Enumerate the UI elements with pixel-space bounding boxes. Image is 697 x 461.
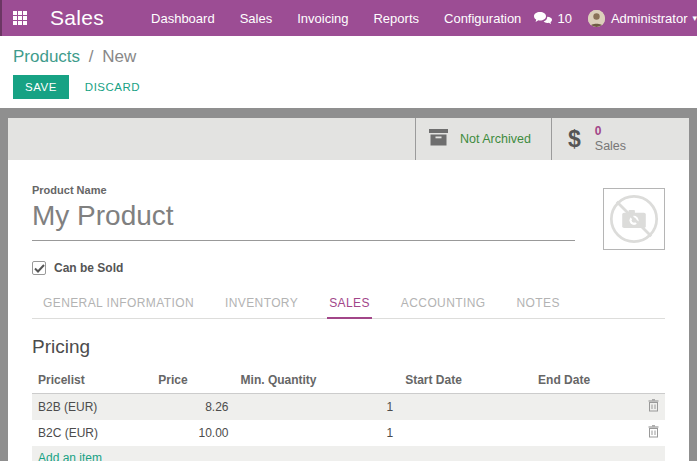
user-avatar[interactable]: [588, 10, 605, 27]
sales-stat-button[interactable]: $ 0 Sales: [551, 118, 689, 160]
tab-accounting[interactable]: ACCOUNTING: [399, 288, 488, 318]
product-image-placeholder[interactable]: [603, 188, 665, 250]
breadcrumb-products-link[interactable]: Products: [13, 47, 80, 66]
tab-general-information[interactable]: GENERAL INFORMATION: [41, 288, 196, 318]
can-be-sold-checkbox[interactable]: [32, 261, 46, 275]
pricing-table-header: Pricelist Price Min. Quantity Start Date…: [32, 367, 665, 394]
navbar-right: 10 Administrator ▾: [533, 10, 697, 27]
table-row[interactable]: B2B (EUR) 8.26 1: [32, 394, 665, 421]
tab-sales[interactable]: SALES: [327, 288, 372, 319]
app-title: Sales: [50, 6, 104, 30]
breadcrumb: Products / New: [13, 47, 697, 67]
menu-reports[interactable]: Reports: [373, 11, 419, 26]
messages-count[interactable]: 10: [557, 11, 571, 26]
discard-button[interactable]: DISCARD: [77, 75, 148, 99]
breadcrumb-current: New: [102, 47, 136, 66]
archive-label: Not Archived: [460, 132, 531, 146]
table-row[interactable]: B2C (EUR) 10.00 1: [32, 420, 665, 446]
action-buttons: SAVE DISCARD: [13, 75, 697, 99]
menu-configuration[interactable]: Configuration: [444, 11, 521, 26]
cell-end-date: [532, 394, 640, 421]
menu-dashboard[interactable]: Dashboard: [151, 11, 215, 26]
breadcrumb-separator: /: [89, 47, 94, 66]
messages-icon[interactable]: [533, 11, 552, 26]
tab-notes[interactable]: NOTES: [515, 288, 562, 318]
col-header-min-quantity: Min. Quantity: [235, 367, 400, 394]
user-menu[interactable]: Administrator: [611, 11, 688, 26]
dollar-icon: $: [568, 128, 581, 151]
user-menu-caret-icon[interactable]: ▾: [692, 13, 697, 23]
product-name-input[interactable]: [32, 196, 575, 241]
col-header-pricelist: Pricelist: [32, 367, 152, 394]
control-panel: Products / New SAVE DISCARD: [0, 36, 697, 108]
archive-box-icon: [428, 129, 449, 150]
sales-stat-value: 0: [595, 124, 626, 138]
checkmark-icon: [34, 264, 45, 273]
cell-price: 8.26: [152, 394, 234, 421]
col-header-start-date: Start Date: [399, 367, 532, 394]
stat-button-box: Not Archived $ 0 Sales: [8, 118, 689, 160]
product-name-label: Product Name: [32, 184, 575, 196]
cell-start-date: [399, 394, 532, 421]
add-item-link[interactable]: Add an item: [32, 446, 665, 461]
delete-row-button[interactable]: [648, 425, 659, 438]
archive-toggle-button[interactable]: Not Archived: [415, 118, 551, 160]
cell-price: 10.00: [152, 420, 234, 446]
pricing-section-title: Pricing: [32, 336, 665, 358]
sheet-body: Product Name: [8, 160, 689, 461]
apps-menu-icon[interactable]: [13, 11, 27, 25]
no-camera-icon: [605, 190, 663, 248]
menu-invoicing[interactable]: Invoicing: [297, 11, 348, 26]
cell-pricelist: B2C (EUR): [32, 420, 152, 446]
tab-inventory[interactable]: INVENTORY: [223, 288, 300, 318]
cell-end-date: [532, 420, 640, 446]
delete-row-button[interactable]: [648, 399, 659, 412]
sales-stat-label: Sales: [595, 139, 626, 154]
col-header-end-date: End Date: [532, 367, 640, 394]
can-be-sold-label: Can be Sold: [54, 261, 123, 275]
save-button[interactable]: SAVE: [13, 75, 69, 99]
cell-start-date: [399, 420, 532, 446]
cell-min-quantity: 1: [235, 394, 400, 421]
add-item-row[interactable]: Add an item: [32, 446, 665, 461]
trash-icon: [648, 399, 659, 412]
top-navbar: Sales Dashboard Sales Invoicing Reports …: [0, 0, 697, 36]
notebook-tabs: GENERAL INFORMATION INVENTORY SALES ACCO…: [32, 288, 665, 319]
cell-min-quantity: 1: [235, 420, 400, 446]
main-menu: Dashboard Sales Invoicing Reports Config…: [151, 11, 521, 26]
cell-pricelist: B2B (EUR): [32, 394, 152, 421]
form-frame: Not Archived $ 0 Sales Product Name: [0, 108, 697, 461]
menu-sales[interactable]: Sales: [240, 11, 273, 26]
col-header-price: Price: [152, 367, 234, 394]
trash-icon: [648, 425, 659, 438]
product-form-sheet: Not Archived $ 0 Sales Product Name: [8, 118, 689, 461]
pricing-table: Pricelist Price Min. Quantity Start Date…: [32, 367, 665, 461]
